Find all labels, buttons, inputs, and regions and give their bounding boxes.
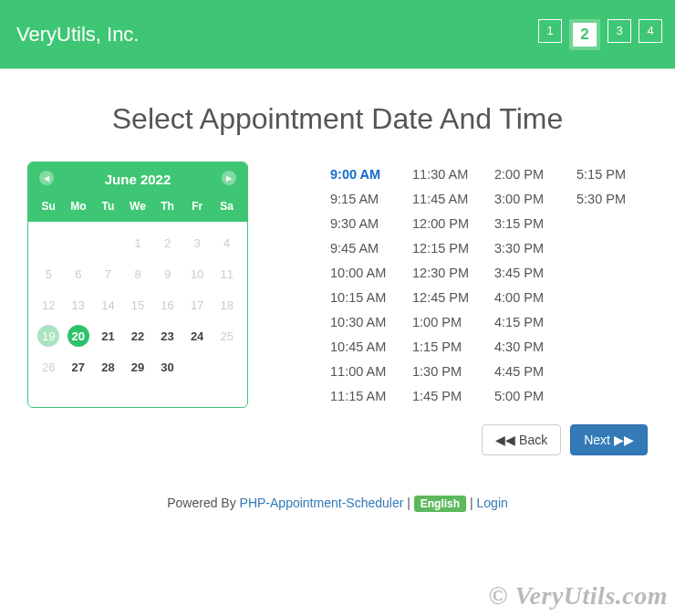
footer: Powered By PHP-Appointment-Scheduler | E… [0, 496, 675, 510]
time-column: 11:30 AM11:45 AM12:00 PM12:15 PM12:30 PM… [412, 162, 483, 408]
step-1[interactable]: 1 [538, 19, 562, 43]
time-slot[interactable]: 3:00 PM [494, 186, 566, 211]
login-link[interactable]: Login [477, 496, 508, 510]
step-2[interactable]: 2 [569, 19, 600, 50]
calendar-day[interactable]: 22 [123, 320, 153, 351]
calendar-day-empty [182, 351, 213, 382]
time-slot[interactable]: 3:30 PM [494, 235, 566, 260]
calendar-dow: We [123, 200, 153, 213]
calendar-day[interactable]: 30 [152, 351, 182, 382]
calendar-day: 12 [34, 289, 64, 320]
calendar-day[interactable]: 23 [152, 320, 182, 351]
calendar-day[interactable]: 24 [182, 320, 213, 351]
time-slot[interactable]: 10:15 AM [330, 285, 401, 309]
watermark: © VeryUtils.com [489, 581, 668, 611]
time-slot[interactable]: 11:00 AM [330, 359, 401, 383]
calendar-day[interactable]: 21 [93, 320, 123, 351]
footer-sep-2: | [470, 496, 477, 510]
brand-title: VeryUtils, Inc. [16, 23, 139, 47]
product-link[interactable]: PHP-Appointment-Scheduler [240, 496, 404, 510]
calendar-day: 11 [212, 258, 242, 289]
calendar-day: 6 [64, 258, 94, 289]
calendar-body: 1234567891011121314151617181920212223242… [28, 222, 247, 388]
calendar-dow: Th [152, 200, 182, 213]
time-slot[interactable]: 3:45 PM [494, 260, 566, 285]
time-slot[interactable]: 2:00 PM [494, 162, 566, 186]
calendar-dow: Sa [212, 200, 242, 213]
content-area: ◀ June 2022 ▶ SuMoTuWeThFrSa 12345678910… [0, 162, 675, 408]
time-slot[interactable]: 1:15 PM [412, 334, 483, 359]
calendar-day: 10 [182, 258, 213, 289]
time-slot[interactable]: 11:30 AM [412, 162, 483, 186]
prev-month-icon[interactable]: ◀ [39, 171, 54, 185]
time-slot[interactable]: 12:15 PM [412, 235, 483, 260]
time-slot[interactable]: 5:15 PM [576, 162, 648, 186]
calendar-day[interactable]: 27 [64, 351, 94, 382]
timeslots-panel: 9:00 AM9:15 AM9:30 AM9:45 AM10:00 AM10:1… [275, 162, 648, 408]
time-slot[interactable]: 11:15 AM [330, 383, 401, 408]
time-slot[interactable]: 12:30 PM [412, 260, 483, 285]
time-slot[interactable]: 11:45 AM [412, 186, 483, 211]
calendar-day: 13 [64, 289, 94, 320]
calendar-day: 14 [93, 289, 123, 320]
calendar-dow-row: SuMoTuWeThFrSa [28, 194, 247, 222]
calendar-day: 1 [123, 227, 153, 258]
calendar-dow: Su [34, 200, 64, 213]
calendar-day: 25 [212, 320, 242, 351]
calendar-day: 5 [34, 258, 64, 289]
calendar-day: 9 [152, 258, 182, 289]
step-4[interactable]: 4 [639, 19, 662, 43]
time-slot[interactable]: 12:45 PM [412, 285, 483, 309]
calendar-month-label: June 2022 [37, 172, 238, 187]
time-slot[interactable]: 4:30 PM [494, 334, 566, 359]
calendar-dow: Tu [93, 200, 123, 213]
calendar-day: 8 [123, 258, 153, 289]
footer-prefix: Powered By [167, 496, 239, 510]
app-header: VeryUtils, Inc. 1234 [0, 0, 675, 69]
calendar-day[interactable]: 29 [123, 351, 153, 382]
calendar-header: ◀ June 2022 ▶ [28, 162, 247, 194]
nav-buttons: ◀◀ Back Next ▶▶ [0, 408, 675, 455]
time-slot[interactable]: 4:15 PM [494, 309, 566, 334]
calendar-day: 26 [34, 351, 64, 382]
next-button[interactable]: Next ▶▶ [570, 424, 648, 455]
step-3[interactable]: 3 [608, 19, 631, 43]
time-slot[interactable]: 5:30 PM [576, 186, 648, 211]
time-slot[interactable]: 9:15 AM [330, 186, 401, 211]
time-slot[interactable]: 1:45 PM [412, 383, 483, 408]
time-slot[interactable]: 10:45 AM [330, 334, 401, 359]
calendar-week: 1234 [34, 227, 242, 258]
time-slot[interactable]: 9:45 AM [330, 235, 401, 260]
time-slot[interactable]: 4:45 PM [494, 359, 566, 383]
timeslot-columns: 9:00 AM9:15 AM9:30 AM9:45 AM10:00 AM10:1… [330, 162, 648, 408]
calendar-day-empty [64, 227, 94, 258]
language-badge[interactable]: English [414, 496, 466, 512]
calendar-day: 16 [152, 289, 182, 320]
calendar-week: 12131415161718 [34, 289, 242, 320]
calendar-day[interactable]: 19 [37, 325, 59, 347]
back-button[interactable]: ◀◀ Back [482, 424, 561, 455]
calendar-week: 19202122232425 [34, 320, 242, 351]
calendar-day: 18 [212, 289, 242, 320]
time-slot[interactable]: 10:30 AM [330, 309, 401, 334]
calendar-day[interactable]: 28 [93, 351, 123, 382]
time-slot[interactable]: 1:30 PM [412, 359, 483, 383]
time-slot[interactable]: 1:00 PM [412, 309, 483, 334]
time-slot[interactable]: 3:15 PM [494, 211, 566, 235]
time-slot[interactable]: 4:00 PM [494, 285, 566, 309]
next-month-icon[interactable]: ▶ [222, 171, 236, 185]
calendar-week: 2627282930 [34, 351, 242, 382]
page-title: Select Appointment Date And Time [0, 102, 675, 136]
time-slot[interactable]: 10:00 AM [330, 260, 401, 285]
time-column: 2:00 PM3:00 PM3:15 PM3:30 PM3:45 PM4:00 … [494, 162, 566, 408]
calendar-day-empty [93, 227, 123, 258]
calendar-day: 2 [152, 227, 182, 258]
time-slot[interactable]: 5:00 PM [494, 383, 566, 408]
calendar-day: 7 [93, 258, 123, 289]
time-slot[interactable]: 9:30 AM [330, 211, 401, 235]
time-slot[interactable]: 9:00 AM [330, 162, 401, 186]
calendar-day-empty [212, 351, 242, 382]
rewind-icon: ◀◀ [495, 433, 515, 447]
time-slot[interactable]: 12:00 PM [412, 211, 483, 235]
calendar-day[interactable]: 20 [68, 325, 89, 347]
